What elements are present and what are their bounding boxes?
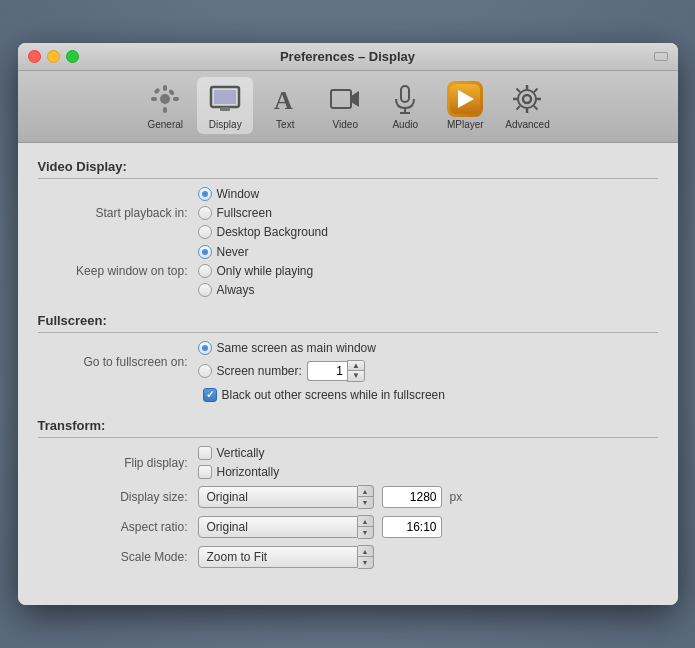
radio-fullscreen[interactable]: Fullscreen xyxy=(198,206,328,220)
svg-rect-1 xyxy=(163,85,167,91)
svg-line-25 xyxy=(534,106,538,110)
display-size-label: Display size: xyxy=(48,490,188,504)
radio-desktop-bg[interactable]: Desktop Background xyxy=(198,225,328,239)
aspect-ratio-dropdown-text: Original xyxy=(207,520,349,534)
display-size-down-btn[interactable]: ▼ xyxy=(358,497,373,508)
video-icon xyxy=(327,81,363,117)
toolbar: General Display A xyxy=(18,71,678,143)
checkmark-icon: ✓ xyxy=(206,390,214,400)
tab-advanced[interactable]: Advanced xyxy=(497,77,557,134)
svg-line-26 xyxy=(534,89,538,93)
blackout-row: ✓ Black out other screens while in fulls… xyxy=(38,388,658,402)
radio-window[interactable]: Window xyxy=(198,187,328,201)
svg-rect-2 xyxy=(163,107,167,113)
start-playback-options: Window Fullscreen Desktop Background xyxy=(198,187,328,239)
display-size-dropdown[interactable]: Original xyxy=(198,486,358,508)
svg-point-19 xyxy=(518,90,536,108)
tab-video-label: Video xyxy=(333,119,358,130)
blackout-checkbox[interactable]: ✓ xyxy=(203,388,217,402)
screen-number-group: ▲ ▼ xyxy=(307,360,365,382)
radio-never-label: Never xyxy=(217,245,249,259)
tab-display[interactable]: Display xyxy=(197,77,253,134)
svg-text:A: A xyxy=(274,86,293,115)
scale-mode-row: Scale Mode: Zoom to Fit ▲ ▼ xyxy=(38,545,658,569)
aspect-ratio-arrows: ▲ ▼ xyxy=(358,515,374,539)
svg-rect-6 xyxy=(168,89,175,96)
mplayer-icon xyxy=(447,81,483,117)
content-area: Video Display: Start playback in: Window… xyxy=(18,143,678,605)
go-to-fullscreen-row: Go to fullscreen on: Same screen as main… xyxy=(38,341,658,382)
window-title: Preferences – Display xyxy=(280,49,415,64)
aspect-ratio-value-input[interactable]: 16:10 xyxy=(382,516,442,538)
close-button[interactable] xyxy=(28,50,41,63)
stepper-up-button[interactable]: ▲ xyxy=(348,361,364,371)
aspect-ratio-label: Aspect ratio: xyxy=(48,520,188,534)
scale-mode-dropdown[interactable]: Zoom to Fit xyxy=(198,546,358,568)
maximize-button[interactable] xyxy=(66,50,79,63)
video-display-header: Video Display: xyxy=(38,159,658,179)
radio-screen-number[interactable]: Screen number: ▲ ▼ xyxy=(198,360,376,382)
minimize-button[interactable] xyxy=(47,50,60,63)
tab-general-label: General xyxy=(147,119,183,130)
blackout-checkbox-option[interactable]: ✓ Black out other screens while in fulls… xyxy=(203,388,445,402)
flip-horizontally-checkbox[interactable] xyxy=(198,465,212,479)
radio-fullscreen-label: Fullscreen xyxy=(217,206,272,220)
flip-vertically-option[interactable]: Vertically xyxy=(198,446,280,460)
aspect-ratio-up-btn[interactable]: ▲ xyxy=(358,516,373,527)
radio-never[interactable]: Never xyxy=(198,245,314,259)
radio-only-while-playing[interactable]: Only while playing xyxy=(198,264,314,278)
aspect-ratio-row: Aspect ratio: Original ▲ ▼ 16:10 xyxy=(38,515,658,539)
radio-always-input[interactable] xyxy=(198,283,212,297)
aspect-ratio-down-btn[interactable]: ▼ xyxy=(358,527,373,538)
radio-desktop-bg-input[interactable] xyxy=(198,225,212,239)
radio-desktop-bg-label: Desktop Background xyxy=(217,225,328,239)
svg-point-0 xyxy=(160,94,170,104)
traffic-lights xyxy=(28,50,79,63)
tab-video[interactable]: Video xyxy=(317,77,373,134)
aspect-ratio-dropdown-group: Original ▲ ▼ xyxy=(198,515,374,539)
radio-same-screen-input[interactable] xyxy=(198,341,212,355)
scale-mode-label: Scale Mode: xyxy=(48,550,188,564)
stepper-down-button[interactable]: ▼ xyxy=(348,371,364,381)
tab-mplayer[interactable]: MPlayer xyxy=(437,77,493,134)
flip-display-label: Flip display: xyxy=(48,456,188,470)
flip-horizontally-label: Horizontally xyxy=(217,465,280,479)
radio-fullscreen-input[interactable] xyxy=(198,206,212,220)
svg-rect-8 xyxy=(214,90,236,104)
radio-always-label: Always xyxy=(217,283,255,297)
keep-on-top-label: Keep window on top: xyxy=(48,264,188,278)
radio-always[interactable]: Always xyxy=(198,283,314,297)
titlebar-widget xyxy=(654,52,668,61)
radio-same-screen[interactable]: Same screen as main window xyxy=(198,341,376,355)
radio-never-input[interactable] xyxy=(198,245,212,259)
display-icon xyxy=(207,81,243,117)
svg-rect-3 xyxy=(151,97,157,101)
radio-window-input[interactable] xyxy=(198,187,212,201)
display-size-controls: Original ▲ ▼ 1280 px xyxy=(198,485,463,509)
scale-mode-down-btn[interactable]: ▼ xyxy=(358,557,373,568)
scale-mode-dropdown-text: Zoom to Fit xyxy=(207,550,349,564)
display-size-value-input[interactable]: 1280 xyxy=(382,486,442,508)
flip-vertically-checkbox[interactable] xyxy=(198,446,212,460)
screen-number-input[interactable] xyxy=(307,361,347,381)
tab-general[interactable]: General xyxy=(137,77,193,134)
keep-on-top-row: Keep window on top: Never Only while pla… xyxy=(38,245,658,297)
svg-rect-4 xyxy=(173,97,179,101)
radio-only-while-playing-input[interactable] xyxy=(198,264,212,278)
radio-only-while-playing-label: Only while playing xyxy=(217,264,314,278)
tab-text-label: Text xyxy=(276,119,294,130)
radio-screen-number-input[interactable] xyxy=(198,364,212,378)
tab-audio[interactable]: Audio xyxy=(377,77,433,134)
tab-mplayer-label: MPlayer xyxy=(447,119,484,130)
scale-mode-up-btn[interactable]: ▲ xyxy=(358,546,373,557)
tab-text[interactable]: A Text xyxy=(257,77,313,134)
flip-horizontally-option[interactable]: Horizontally xyxy=(198,465,280,479)
flip-display-row: Flip display: Vertically Horizontally xyxy=(38,446,658,479)
aspect-ratio-dropdown[interactable]: Original xyxy=(198,516,358,538)
display-size-up-btn[interactable]: ▲ xyxy=(358,486,373,497)
display-size-dropdown-group: Original ▲ ▼ xyxy=(198,485,374,509)
radio-window-label: Window xyxy=(217,187,260,201)
svg-rect-11 xyxy=(331,90,351,108)
transform-header: Transform: xyxy=(38,418,658,438)
blackout-label: Black out other screens while in fullscr… xyxy=(222,388,445,402)
